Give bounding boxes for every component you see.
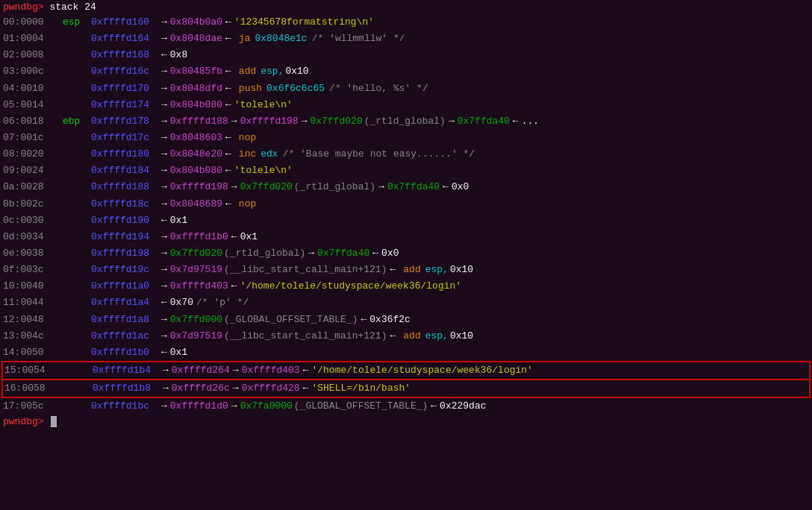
row-index: 09:0024 <box>3 163 63 178</box>
row-dest: 0x7ffd020 <box>170 246 222 261</box>
row-index: 14:0050 <box>3 345 63 360</box>
row-dest3: 0x7ffd020 <box>310 114 362 129</box>
row-value: 0x1 <box>240 230 257 245</box>
top-prompt: pwndbg> stack 24 <box>0 0 812 14</box>
bottom-prompt[interactable]: pwndbg> ▌ <box>0 415 812 429</box>
row-reg: ebp <box>63 114 91 129</box>
row-dest: 0xffffd403 <box>170 279 228 294</box>
row-addr: 0xffffd1a0 <box>91 279 158 294</box>
row-dest2: 0x7fa0000 <box>240 399 293 414</box>
row-dest3: 0x7ffda40 <box>387 180 440 195</box>
table-row: 01:0004 0xffffd164 → 0x8048dae ← ja 0x80… <box>0 31 812 47</box>
table-row: 0c:0030 0xffffd190 ← 0x1 <box>0 212 812 229</box>
terminal: pwndbg> stack 24 00:0000 esp 0xffffd160 … <box>0 0 812 510</box>
arrow-left: ← <box>443 180 449 195</box>
row-addr: 0xffffd160 <box>91 15 158 30</box>
row-addr: 0xffffd188 <box>91 180 158 195</box>
row-index: 02:0008 <box>3 48 63 63</box>
row-comment: /* 'p' */ <box>196 295 249 310</box>
asm-instr: ja <box>239 31 251 46</box>
row-dest: 0x804b080 <box>170 163 222 178</box>
table-row: 11:0044 0xffffd1a4 ← 0x70 /* 'p' */ <box>0 295 812 311</box>
row-index: 11:0044 <box>3 295 63 310</box>
row-addr: 0xffffd19c <box>91 262 158 277</box>
arrow-right: → <box>161 230 167 245</box>
arrow-left: ← <box>225 98 231 113</box>
row-value: '/home/tolele/studyspace/week36/login' <box>311 363 532 378</box>
row-addr: 0xffffd170 <box>91 81 158 96</box>
asm-op1: esp, <box>260 64 284 79</box>
table-row: 13:004c 0xffffd1ac → 0x7d97519 (__libc_s… <box>0 328 812 344</box>
row-value: ... <box>522 114 539 129</box>
row-value: 'SHELL=/bin/bash' <box>311 381 410 396</box>
row-dest2: 0xffffd403 <box>242 363 300 378</box>
row-dest: 0x8048dae <box>170 31 222 46</box>
row-dest: 0xffffd1d0 <box>170 399 228 414</box>
row-index: 06:0018 <box>3 114 63 129</box>
prompt-symbol: pwndbg> <box>3 416 44 427</box>
row-dest: 0x80485fb <box>170 64 222 79</box>
asm-op2: 0x10 <box>450 262 473 277</box>
table-row: 0e:0038 0xffffd198 → 0x7ffd020 (_rtld_gl… <box>0 245 812 262</box>
row-addr: 0xffffd1a4 <box>91 295 158 310</box>
asm-op1: esp, <box>425 262 449 277</box>
arrow-right: → <box>163 363 169 378</box>
arrow-right: → <box>161 64 167 79</box>
row-reg: esp <box>63 15 91 30</box>
arrow-left: ← <box>390 329 396 344</box>
row-label: (_GLOBAL_OFFSET_TABLE_) <box>294 399 428 414</box>
row-addr: 0xffffd1a8 <box>91 312 158 327</box>
table-row: 0a:0028 0xffffd188 → 0xffffd198 → 0x7ffd… <box>0 179 812 195</box>
row-addr: 0xffffd184 <box>91 163 158 178</box>
asm-op1: edx <box>260 147 278 162</box>
asm-op1: 0x6f6c6c65 <box>266 81 325 96</box>
row-index: 17:005c <box>3 399 63 414</box>
arrow-left: ← <box>225 197 231 212</box>
arrow-right: → <box>161 312 167 327</box>
asm-op1: esp, <box>425 329 449 344</box>
arrow-right: → <box>161 163 167 178</box>
row-addr: 0xffffd190 <box>91 213 158 228</box>
table-row: 04:0010 0xffffd170 → 0x8048dfd ← push 0x… <box>0 81 812 97</box>
row-index: 12:0048 <box>3 312 63 327</box>
row-value: 0x36f2c <box>369 312 410 327</box>
arrow-left: ← <box>225 31 231 46</box>
arrow-right: → <box>231 180 237 195</box>
row-dest: 0x8048689 <box>170 197 222 212</box>
row-index: 0f:003c <box>3 262 63 277</box>
arrow-left: ← <box>225 15 231 30</box>
row-label: (__libc_start_call_main+121) <box>224 329 387 344</box>
table-row: 0b:002c 0xffffd18c → 0x8048689 ← nop <box>0 196 812 212</box>
row-value: 0x1 <box>170 345 187 360</box>
row-dest: 0x8048e20 <box>170 147 222 162</box>
arrow-left: ← <box>225 64 231 79</box>
row-dest: 0x804b0a0 <box>170 15 222 30</box>
row-value: 0x229dac <box>440 399 486 414</box>
row-value: '/home/tolele/studyspace/week36/login' <box>240 279 461 294</box>
row-value: 'tolele\n' <box>234 98 293 113</box>
row-dest: 0xffffd264 <box>172 363 230 378</box>
arrow-left: ← <box>161 48 167 63</box>
asm-instr: add <box>239 64 256 79</box>
arrow-right: → <box>233 381 239 396</box>
row-label: (__libc_start_call_main+121) <box>224 262 387 277</box>
row-index: 13:004c <box>3 329 63 344</box>
arrow-right: → <box>378 180 384 195</box>
table-row: 0f:003c 0xffffd19c → 0x7d97519 (__libc_s… <box>0 262 812 278</box>
row-comment: /* 'wllmmllw' */ <box>312 31 405 46</box>
arrow-right: → <box>161 399 167 414</box>
asm-instr: nop <box>239 130 256 145</box>
prompt-symbol: pwndbg> <box>3 1 44 13</box>
row-addr: 0xffffd178 <box>91 114 158 129</box>
row-index: 15:0054 <box>4 363 64 378</box>
row-label: (_rtld_global) <box>224 246 305 261</box>
row-addr: 0xffffd1ac <box>91 329 158 344</box>
row-index: 0d:0034 <box>3 230 63 245</box>
row-label: (_rtld_global) <box>364 114 446 129</box>
row-value: 0x0 <box>452 180 469 195</box>
row-dest: 0x8048dfd <box>170 81 222 96</box>
table-row: 05:0014 0xffffd174 → 0x804b080 ← 'tolele… <box>0 97 812 113</box>
row-comment: /* 'hello, %s' */ <box>329 81 428 96</box>
table-row: 14:0050 0xffffd1b0 ← 0x1 <box>0 344 812 361</box>
row-comment: /* 'Base maybe not easy......' */ <box>283 147 475 162</box>
